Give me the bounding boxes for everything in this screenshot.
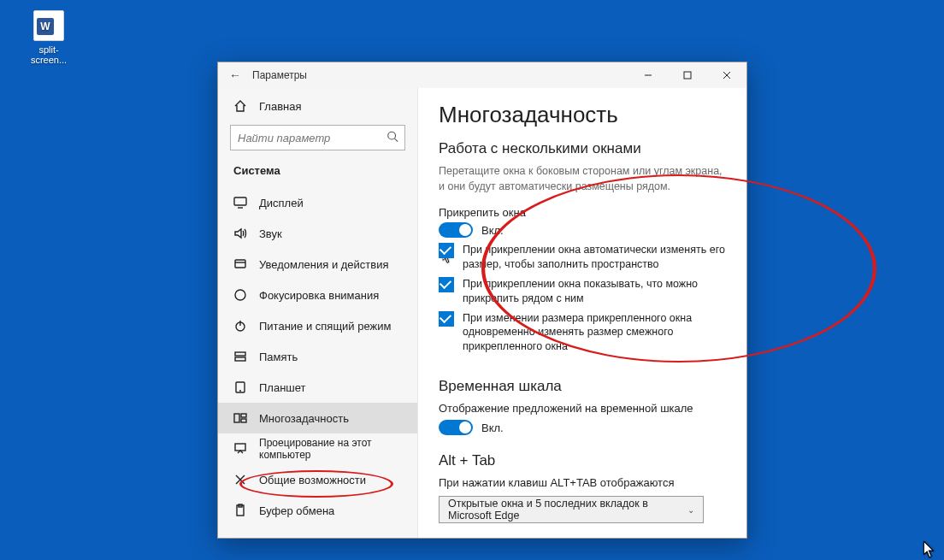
- section-title-alttab: Alt + Tab: [439, 452, 726, 469]
- power-icon: [233, 319, 247, 333]
- content: Многозадачность Работа с несколькими окн…: [418, 88, 746, 538]
- sidebar-item-label: Уведомления и действия: [259, 258, 389, 271]
- snap-chk1-label: При прикреплении окна автоматически изме…: [463, 243, 726, 272]
- snap-label: Прикрепить окна: [439, 206, 726, 219]
- focus-icon: [233, 288, 247, 302]
- tablet-icon: [233, 380, 247, 394]
- sidebar-item-label: Общие возможности: [259, 474, 366, 486]
- projecting-icon: [233, 442, 247, 456]
- alttab-dropdown-value: Открытые окна и 5 последних вкладок в Mi…: [448, 498, 687, 522]
- svg-rect-16: [234, 414, 239, 422]
- section-title-timeline: Временная шкала: [439, 378, 726, 395]
- sidebar-item-sound[interactable]: Звук: [218, 218, 417, 249]
- sidebar-item-tablet[interactable]: Планшет: [218, 372, 417, 403]
- sidebar-home-label: Главная: [259, 100, 301, 113]
- display-icon: [233, 196, 247, 209]
- snap-chk3-label: При изменении размера прикрепленного окн…: [463, 311, 726, 355]
- timeline-desc: Отображение предложений на временной шка…: [439, 402, 726, 415]
- desktop-icon-word[interactable]: split-screen...: [22, 10, 75, 65]
- sidebar-item-display[interactable]: Дисплей: [218, 187, 417, 218]
- maximize-icon: [683, 71, 692, 80]
- svg-rect-18: [241, 419, 246, 422]
- sidebar: Главная Система Дисплей Звук Уведомления…: [218, 88, 418, 538]
- sidebar-item-notifications[interactable]: Уведомления и действия: [218, 249, 417, 280]
- svg-rect-6: [234, 197, 246, 205]
- shared-icon: [233, 473, 247, 486]
- minimize-icon: [644, 71, 652, 80]
- settings-window: ← Параметры Главная: [217, 62, 747, 539]
- sidebar-item-focus[interactable]: Фокусировка внимания: [218, 280, 417, 310]
- sidebar-item-power[interactable]: Питание и спящий режим: [218, 310, 417, 341]
- snap-desc: Перетащите окна к боковым сторонам или у…: [439, 164, 726, 194]
- clipboard-icon: [233, 504, 247, 517]
- sidebar-item-projecting[interactable]: Проецирование на этот компьютер: [218, 433, 417, 464]
- sidebar-item-storage[interactable]: Память: [218, 341, 417, 372]
- sidebar-item-label: Многозадачность: [259, 412, 349, 425]
- sidebar-item-label: Планшет: [259, 381, 306, 394]
- svg-rect-17: [241, 414, 246, 417]
- close-icon: [723, 71, 731, 80]
- sidebar-item-label: Звук: [259, 227, 282, 240]
- sidebar-item-shared[interactable]: Общие возможности: [218, 464, 417, 495]
- svg-point-4: [388, 132, 396, 139]
- sidebar-home[interactable]: Главная: [218, 88, 417, 120]
- maximize-button[interactable]: [668, 62, 707, 88]
- close-button[interactable]: [707, 62, 746, 88]
- cursor-icon: [923, 541, 935, 558]
- svg-line-5: [395, 139, 398, 142]
- sidebar-item-multitasking[interactable]: Многозадачность: [218, 403, 417, 433]
- notifications-icon: [233, 257, 247, 271]
- sidebar-item-clipboard[interactable]: Буфер обмена: [218, 495, 417, 526]
- svg-rect-19: [235, 444, 245, 451]
- chevron-down-icon: ⌄: [687, 505, 694, 515]
- snap-checkbox-1[interactable]: [439, 243, 454, 258]
- sidebar-item-label: Питание и спящий режим: [259, 320, 391, 333]
- search-wrap: [230, 125, 405, 150]
- alttab-desc: При нажатии клавиш ALT+TAB отображаются: [439, 476, 726, 489]
- snap-checkbox-2[interactable]: [439, 277, 454, 292]
- svg-rect-1: [684, 72, 691, 79]
- storage-icon: [233, 350, 247, 363]
- snap-checkbox-3[interactable]: [439, 311, 454, 327]
- snap-chk2-label: При прикреплении окна показывать, что мо…: [463, 277, 726, 306]
- sidebar-item-label: Буфер обмена: [259, 504, 334, 517]
- sidebar-item-label: Дисплей: [259, 197, 304, 209]
- sidebar-section-title: Система: [218, 161, 417, 187]
- minimize-button[interactable]: [628, 62, 668, 88]
- section-title-snap: Работа с несколькими окнами: [439, 140, 726, 157]
- desktop-icon-label: split-screen...: [22, 44, 75, 65]
- timeline-toggle-state: Вкл.: [481, 421, 504, 434]
- sound-icon: [233, 227, 247, 240]
- svg-rect-12: [235, 352, 245, 356]
- sidebar-item-label: Память: [259, 351, 298, 363]
- search-icon: [386, 131, 398, 145]
- svg-rect-13: [235, 357, 245, 361]
- sidebar-item-label: Проецирование на этот компьютер: [259, 437, 402, 461]
- svg-rect-8: [235, 260, 245, 268]
- page-title: Многозадачность: [439, 102, 726, 128]
- multitasking-icon: [233, 411, 247, 425]
- home-icon: [233, 99, 247, 113]
- titlebar: ← Параметры: [218, 62, 746, 88]
- search-input[interactable]: [230, 125, 405, 150]
- alttab-dropdown[interactable]: Открытые окна и 5 последних вкладок в Mi…: [439, 496, 704, 523]
- window-title: Параметры: [252, 69, 307, 81]
- word-file-icon: [33, 10, 64, 41]
- timeline-toggle[interactable]: [439, 420, 473, 435]
- snap-toggle-state: Вкл.: [481, 224, 504, 237]
- sidebar-item-label: Фокусировка внимания: [259, 289, 379, 302]
- snap-toggle[interactable]: [439, 222, 473, 238]
- back-button[interactable]: ←: [218, 68, 252, 82]
